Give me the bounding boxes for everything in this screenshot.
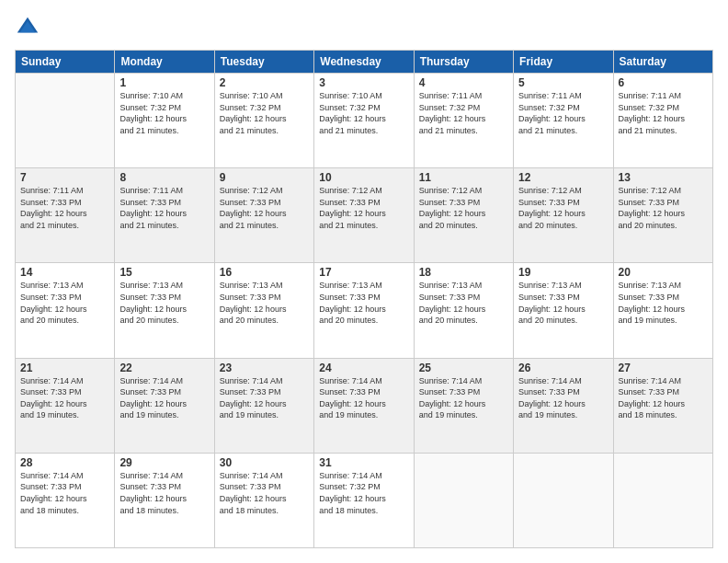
- day-number: 10: [319, 171, 408, 184]
- calendar-cell: 10Sunrise: 7:12 AM Sunset: 7:33 PM Dayli…: [314, 168, 414, 263]
- day-number: 14: [20, 266, 109, 279]
- day-info: Sunrise: 7:14 AM Sunset: 7:33 PM Dayligh…: [220, 375, 309, 421]
- day-number: 25: [419, 362, 508, 374]
- column-header-thursday: Thursday: [414, 51, 513, 74]
- calendar-cell: 2Sunrise: 7:10 AM Sunset: 7:32 PM Daylig…: [214, 74, 313, 168]
- calendar-cell: 8Sunrise: 7:11 AM Sunset: 7:33 PM Daylig…: [115, 168, 214, 263]
- column-header-sunday: Sunday: [16, 51, 115, 74]
- day-info: Sunrise: 7:13 AM Sunset: 7:33 PM Dayligh…: [119, 280, 209, 326]
- calendar-cell: 4Sunrise: 7:11 AM Sunset: 7:32 PM Daylig…: [414, 74, 513, 168]
- day-info: Sunrise: 7:10 AM Sunset: 7:32 PM Dayligh…: [119, 90, 209, 136]
- day-number: 15: [119, 266, 209, 279]
- calendar-cell: 6Sunrise: 7:11 AM Sunset: 7:32 PM Daylig…: [613, 74, 712, 168]
- day-number: 20: [619, 266, 708, 279]
- day-info: Sunrise: 7:14 AM Sunset: 7:33 PM Dayligh…: [220, 470, 309, 516]
- column-header-saturday: Saturday: [613, 51, 712, 74]
- calendar-cell: 26Sunrise: 7:14 AM Sunset: 7:33 PM Dayli…: [514, 358, 613, 453]
- calendar-cell: [414, 453, 513, 547]
- day-number: 3: [319, 76, 408, 89]
- calendar-cell: 24Sunrise: 7:14 AM Sunset: 7:33 PM Dayli…: [314, 358, 414, 453]
- day-number: 29: [119, 456, 209, 469]
- day-info: Sunrise: 7:14 AM Sunset: 7:32 PM Dayligh…: [319, 470, 408, 516]
- calendar: SundayMondayTuesdayWednesdayThursdayFrid…: [15, 50, 713, 548]
- day-info: Sunrise: 7:14 AM Sunset: 7:33 PM Dayligh…: [20, 375, 109, 421]
- calendar-cell: 14Sunrise: 7:13 AM Sunset: 7:33 PM Dayli…: [16, 263, 115, 358]
- day-number: 7: [20, 171, 109, 184]
- day-number: 6: [619, 76, 708, 89]
- day-info: Sunrise: 7:13 AM Sunset: 7:33 PM Dayligh…: [319, 280, 408, 326]
- day-info: Sunrise: 7:12 AM Sunset: 7:33 PM Dayligh…: [419, 185, 508, 231]
- calendar-cell: 16Sunrise: 7:13 AM Sunset: 7:33 PM Dayli…: [214, 263, 313, 358]
- day-info: Sunrise: 7:12 AM Sunset: 7:33 PM Dayligh…: [518, 185, 608, 231]
- calendar-cell: 7Sunrise: 7:11 AM Sunset: 7:33 PM Daylig…: [16, 168, 115, 263]
- logo-icon: [15, 15, 40, 40]
- day-info: Sunrise: 7:14 AM Sunset: 7:33 PM Dayligh…: [20, 470, 109, 516]
- day-number: 28: [20, 456, 109, 469]
- calendar-cell: 1Sunrise: 7:10 AM Sunset: 7:32 PM Daylig…: [115, 74, 214, 168]
- day-info: Sunrise: 7:11 AM Sunset: 7:32 PM Dayligh…: [419, 90, 508, 136]
- day-number: 22: [119, 362, 209, 374]
- calendar-cell: 17Sunrise: 7:13 AM Sunset: 7:33 PM Dayli…: [314, 263, 414, 358]
- week-row-4: 21Sunrise: 7:14 AM Sunset: 7:33 PM Dayli…: [16, 358, 713, 453]
- day-number: 11: [419, 171, 508, 184]
- day-info: Sunrise: 7:14 AM Sunset: 7:33 PM Dayligh…: [419, 375, 508, 421]
- day-info: Sunrise: 7:13 AM Sunset: 7:33 PM Dayligh…: [518, 280, 608, 326]
- day-info: Sunrise: 7:13 AM Sunset: 7:33 PM Dayligh…: [220, 280, 309, 326]
- logo: [15, 15, 44, 40]
- calendar-cell: 13Sunrise: 7:12 AM Sunset: 7:33 PM Dayli…: [613, 168, 712, 263]
- day-number: 23: [220, 362, 309, 374]
- calendar-cell: 20Sunrise: 7:13 AM Sunset: 7:33 PM Dayli…: [613, 263, 712, 358]
- calendar-cell: 31Sunrise: 7:14 AM Sunset: 7:32 PM Dayli…: [314, 453, 414, 547]
- calendar-cell: 27Sunrise: 7:14 AM Sunset: 7:33 PM Dayli…: [613, 358, 712, 453]
- day-info: Sunrise: 7:13 AM Sunset: 7:33 PM Dayligh…: [619, 280, 708, 326]
- week-row-2: 7Sunrise: 7:11 AM Sunset: 7:33 PM Daylig…: [16, 168, 713, 263]
- calendar-cell: [16, 74, 115, 168]
- day-info: Sunrise: 7:13 AM Sunset: 7:33 PM Dayligh…: [419, 280, 508, 326]
- day-number: 17: [319, 266, 408, 279]
- day-info: Sunrise: 7:11 AM Sunset: 7:32 PM Dayligh…: [619, 90, 708, 136]
- day-info: Sunrise: 7:14 AM Sunset: 7:33 PM Dayligh…: [619, 375, 708, 421]
- day-info: Sunrise: 7:11 AM Sunset: 7:33 PM Dayligh…: [20, 185, 109, 231]
- day-number: 12: [518, 171, 608, 184]
- day-number: 16: [220, 266, 309, 279]
- calendar-cell: 12Sunrise: 7:12 AM Sunset: 7:33 PM Dayli…: [514, 168, 613, 263]
- column-header-tuesday: Tuesday: [214, 51, 313, 74]
- calendar-cell: [613, 453, 712, 547]
- day-number: 18: [419, 266, 508, 279]
- calendar-cell: 23Sunrise: 7:14 AM Sunset: 7:33 PM Dayli…: [214, 358, 313, 453]
- calendar-cell: 3Sunrise: 7:10 AM Sunset: 7:32 PM Daylig…: [314, 74, 414, 168]
- day-number: 30: [220, 456, 309, 469]
- calendar-cell: 9Sunrise: 7:12 AM Sunset: 7:33 PM Daylig…: [214, 168, 313, 263]
- column-header-wednesday: Wednesday: [314, 51, 414, 74]
- day-info: Sunrise: 7:14 AM Sunset: 7:33 PM Dayligh…: [518, 375, 608, 421]
- day-number: 4: [419, 76, 508, 89]
- day-number: 24: [319, 362, 408, 374]
- calendar-header-row: SundayMondayTuesdayWednesdayThursdayFrid…: [16, 51, 713, 74]
- page: SundayMondayTuesdayWednesdayThursdayFrid…: [0, 0, 728, 563]
- header: [15, 15, 713, 40]
- calendar-cell: 28Sunrise: 7:14 AM Sunset: 7:33 PM Dayli…: [16, 453, 115, 547]
- day-number: 5: [518, 76, 608, 89]
- calendar-cell: 19Sunrise: 7:13 AM Sunset: 7:33 PM Dayli…: [514, 263, 613, 358]
- day-info: Sunrise: 7:12 AM Sunset: 7:33 PM Dayligh…: [220, 185, 309, 231]
- column-header-friday: Friday: [514, 51, 613, 74]
- day-info: Sunrise: 7:12 AM Sunset: 7:33 PM Dayligh…: [619, 185, 708, 231]
- day-info: Sunrise: 7:13 AM Sunset: 7:33 PM Dayligh…: [20, 280, 109, 326]
- day-number: 2: [220, 76, 309, 89]
- day-info: Sunrise: 7:14 AM Sunset: 7:33 PM Dayligh…: [119, 470, 209, 516]
- calendar-cell: 11Sunrise: 7:12 AM Sunset: 7:33 PM Dayli…: [414, 168, 513, 263]
- calendar-cell: [514, 453, 613, 547]
- day-info: Sunrise: 7:10 AM Sunset: 7:32 PM Dayligh…: [319, 90, 408, 136]
- week-row-1: 1Sunrise: 7:10 AM Sunset: 7:32 PM Daylig…: [16, 74, 713, 168]
- day-number: 19: [518, 266, 608, 279]
- day-info: Sunrise: 7:11 AM Sunset: 7:33 PM Dayligh…: [119, 185, 209, 231]
- calendar-cell: 15Sunrise: 7:13 AM Sunset: 7:33 PM Dayli…: [115, 263, 214, 358]
- day-number: 9: [220, 171, 309, 184]
- day-number: 21: [20, 362, 109, 374]
- calendar-cell: 22Sunrise: 7:14 AM Sunset: 7:33 PM Dayli…: [115, 358, 214, 453]
- calendar-cell: 30Sunrise: 7:14 AM Sunset: 7:33 PM Dayli…: [214, 453, 313, 547]
- calendar-cell: 5Sunrise: 7:11 AM Sunset: 7:32 PM Daylig…: [514, 74, 613, 168]
- day-number: 31: [319, 456, 408, 469]
- week-row-5: 28Sunrise: 7:14 AM Sunset: 7:33 PM Dayli…: [16, 453, 713, 547]
- calendar-cell: 18Sunrise: 7:13 AM Sunset: 7:33 PM Dayli…: [414, 263, 513, 358]
